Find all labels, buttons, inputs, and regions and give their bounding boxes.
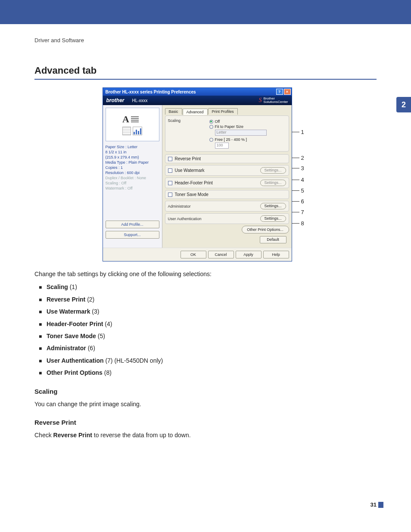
list-item: ■User Authentication (7) (HL-5450DN only… <box>39 356 377 365</box>
radio-off-label: Off <box>215 119 220 124</box>
scaling-group: Scaling Off Fit to Paper Size Letter Fre… <box>165 115 289 152</box>
callout-8: 8 <box>301 220 304 227</box>
help-button[interactable]: Help <box>263 251 289 258</box>
dialog-title: Brother HL-xxxx series Printing Preferen… <box>106 90 196 94</box>
tab-advanced[interactable]: Advanced <box>183 109 208 115</box>
list-item: ■Use Watermark (3) <box>39 307 377 316</box>
free-percent-input[interactable]: 100 <box>215 143 229 149</box>
default-button[interactable]: Default <box>260 236 286 243</box>
model-label: HL-xxxx <box>132 98 148 103</box>
list-item: ■Scaling (1) <box>39 282 377 292</box>
toner-save-checkbox[interactable] <box>168 193 172 197</box>
info-dims-in: 8 1/2 x 11 in <box>106 150 159 154</box>
section-reverse-text: Check Reverse Print to reverse the data … <box>34 430 377 440</box>
close-icon[interactable]: × <box>284 89 291 95</box>
header-footer-settings-button[interactable]: Settings... <box>260 180 286 186</box>
list-item: ■Toner Save Mode (5) <box>39 331 377 341</box>
header-footer-row: Header-Footer Print Settings... <box>165 177 289 188</box>
info-resolution: Resolution : 600 dpi <box>106 171 159 175</box>
use-watermark-checkbox[interactable] <box>168 168 172 173</box>
callout-5: 5 <box>301 187 304 194</box>
page-title: Advanced tab <box>34 65 377 80</box>
callout-1: 1 <box>301 129 304 135</box>
tab-print-profiles[interactable]: Print Profiles <box>208 108 238 115</box>
callout-3: 3 <box>301 165 304 171</box>
callout-6: 6 <box>301 198 304 205</box>
other-print-options-button[interactable]: Other Print Options... <box>242 226 289 233</box>
info-scaling: Scaling : Off <box>106 181 159 185</box>
solutions-link[interactable]: Brother SolutionsCenter <box>264 97 288 104</box>
radio-off[interactable] <box>209 120 213 124</box>
solutions-icon[interactable]: S <box>259 97 262 103</box>
reverse-print-row: Reverse Print <box>165 154 289 163</box>
use-watermark-label: Use Watermark <box>175 168 205 173</box>
administrator-label: Administrator <box>168 204 209 208</box>
toner-save-row: Toner Save Mode <box>165 190 289 199</box>
info-copies: Copies : 1 <box>106 165 159 170</box>
brand-bar: brother HL-xxxx S Brother SolutionsCente… <box>103 96 292 105</box>
info-paper-size: Paper Size : Letter <box>106 145 159 149</box>
dialog-titlebar: Brother HL-xxxx series Printing Preferen… <box>103 88 292 96</box>
radio-fit-label: Fit to Paper Size <box>215 124 244 129</box>
intro-text: Change the tab settings by clicking one … <box>34 269 377 279</box>
chapter-tab: 2 <box>396 97 411 112</box>
user-auth-row: User Authentication Settings... <box>165 213 289 224</box>
watermark-settings-button[interactable]: Settings... <box>260 167 286 174</box>
info-media: Media Type : Plain Paper <box>106 160 159 165</box>
radio-fit[interactable] <box>209 125 213 129</box>
print-preferences-dialog: Brother HL-xxxx series Printing Preferen… <box>103 87 292 261</box>
use-watermark-row: Use Watermark Settings... <box>165 165 289 176</box>
info-watermark: Watermark : Off <box>106 186 159 190</box>
list-item: ■Reverse Print (2) <box>39 295 377 304</box>
cancel-button[interactable]: Cancel <box>208 251 234 258</box>
callout-4: 4 <box>301 177 304 183</box>
help-icon[interactable]: ? <box>276 89 283 95</box>
section-reverse-heading: Reverse Print <box>34 417 377 428</box>
list-item: ■Header-Footer Print (4) <box>39 319 377 329</box>
list-item: ■Administrator (6) <box>39 343 377 353</box>
user-auth-settings-button[interactable]: Settings... <box>260 215 286 222</box>
header-footer-label: Header-Footer Print <box>175 180 213 185</box>
toner-save-label: Toner Save Mode <box>175 192 209 197</box>
reverse-print-label: Reverse Print <box>175 156 201 161</box>
apply-button[interactable]: Apply <box>236 251 262 258</box>
administrator-settings-button[interactable]: Settings... <box>260 203 286 209</box>
info-duplex: Duplex / Booklet : None <box>106 176 159 180</box>
ok-button[interactable]: OK <box>181 251 206 258</box>
dialog-buttons: OK Cancel Apply Help <box>103 248 292 261</box>
header-footer-checkbox[interactable] <box>168 181 172 185</box>
page-preview: A <box>106 108 159 141</box>
tabstrip: Basic Advanced Print Profiles <box>165 107 289 115</box>
options-list: ■Scaling (1) ■Reverse Print (2) ■Use Wat… <box>34 282 377 377</box>
page-top-bar <box>0 0 411 24</box>
support-button[interactable]: Support... <box>106 231 159 239</box>
section-scaling-heading: Scaling <box>34 386 377 397</box>
summary-pane: A Paper Size : Letter 8 1/2 x 11 in (215… <box>103 105 162 248</box>
radio-free[interactable] <box>209 138 213 142</box>
user-auth-label: User Authentication <box>168 217 209 221</box>
administrator-row: Administrator Settings... <box>165 201 289 212</box>
callout-7: 7 <box>301 209 304 215</box>
page-number: 31 <box>371 501 377 508</box>
page-number-marker <box>378 502 383 508</box>
radio-free-label: Free [ 25 - 400 % ] <box>215 137 247 142</box>
brother-logo: brother <box>106 97 125 103</box>
section-scaling-text: You can change the print image scaling. <box>34 399 377 409</box>
scaling-label: Scaling <box>168 118 209 149</box>
info-dims-mm: (215.9 x 279.4 mm) <box>106 155 159 159</box>
list-item: ■Other Print Options (8) <box>39 368 377 377</box>
tab-basic[interactable]: Basic <box>165 108 182 115</box>
callout-2: 2 <box>301 155 304 161</box>
fit-size-select[interactable]: Letter <box>215 130 267 136</box>
breadcrumb: Driver and Software <box>34 37 377 44</box>
reverse-print-checkbox[interactable] <box>168 157 172 161</box>
add-profile-button[interactable]: Add Profile... <box>106 221 159 228</box>
